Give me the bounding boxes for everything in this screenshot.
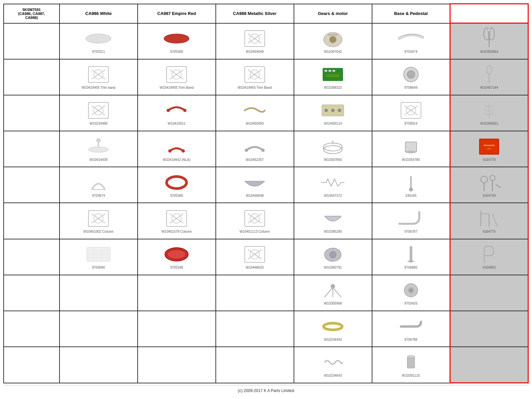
cell-9-col5[interactable]: 9706788	[372, 311, 450, 347]
cell-6-col4[interactable]: W10395280	[294, 203, 372, 239]
cell-2-col4[interactable]: W10388322	[294, 59, 372, 95]
cell-3-col6[interactable]: W10394561	[450, 95, 528, 131]
svg-rect-118	[407, 357, 415, 368]
cell-inner	[139, 351, 214, 378]
cell-9-col3[interactable]	[216, 311, 294, 347]
cell-4-col3[interactable]: W10452357	[216, 131, 294, 167]
cell-2-col3[interactable]: W10419455 Trim Band	[216, 59, 294, 95]
cell-inner: W10234643	[296, 351, 370, 378]
cell-5-col4[interactable]: W10447372	[294, 167, 372, 203]
cell-10-col1[interactable]	[60, 347, 138, 383]
part-label: W10307642	[324, 50, 342, 54]
cell-1-col3[interactable]: W10454049	[216, 23, 294, 59]
cell-10-col6[interactable]	[450, 347, 528, 383]
cell-1-col5[interactable]: 9703474	[372, 23, 450, 59]
part-label: W10451002 Column	[83, 230, 114, 233]
cell-8-col3[interactable]	[216, 275, 294, 311]
part-label: W10307850	[324, 158, 342, 162]
svg-point-101	[167, 250, 186, 259]
cell-inner: W10388322	[296, 64, 370, 90]
cell-inner: W10305968	[296, 280, 370, 306]
row-label-col	[4, 275, 60, 311]
cell-10-col2[interactable]	[138, 347, 216, 383]
cell-inner: 9706787	[374, 208, 448, 234]
cell-6-col5[interactable]: 9706787	[372, 203, 450, 239]
cell-5-col1[interactable]: 9703674	[60, 167, 138, 203]
part-label: W10354780	[402, 158, 420, 162]
cell-5-col2[interactable]: 9705360	[138, 167, 216, 203]
part-image	[396, 280, 426, 300]
cell-4-col4[interactable]: W10307850	[294, 131, 372, 167]
cell-2-col6[interactable]: W10467144	[450, 59, 528, 95]
cell-4-col2[interactable]: W10419442 (NLA)	[138, 131, 216, 167]
cell-1-col6[interactable]: W10352664	[450, 23, 528, 59]
cell-7-col3[interactable]: W10448633	[216, 239, 294, 275]
cell-9-col1[interactable]	[60, 311, 138, 347]
part-image	[83, 354, 113, 374]
cell-2-col2[interactable]: W10419455 Trim Band	[138, 59, 216, 95]
cell-9-col2[interactable]	[138, 311, 216, 347]
cell-1-col4[interactable]: MOTOR W10307642	[294, 23, 372, 59]
cell-8-col4[interactable]: W10305968	[294, 275, 372, 311]
cell-8-col6[interactable]	[450, 275, 528, 311]
cell-1-col1[interactable]: 9703311	[60, 23, 138, 59]
cell-5-col3[interactable]: W10448648	[216, 167, 294, 203]
cell-inner	[139, 280, 214, 306]
part-image	[474, 208, 504, 228]
part-image	[83, 100, 113, 120]
cell-4-col1[interactable]: W10419439	[60, 131, 138, 167]
cell-3-col1[interactable]: W10234488	[60, 95, 138, 131]
cell-6-col2[interactable]: W10451578 Column	[138, 203, 216, 239]
cell-6-col6[interactable]: 4164775	[450, 203, 528, 239]
cell-2-col5[interactable]: 9708649	[372, 59, 450, 95]
part-label: W10454049	[246, 50, 264, 54]
cell-9-col6[interactable]	[450, 311, 528, 347]
svg-point-38	[167, 109, 170, 112]
cell-7-col4[interactable]: W10360791	[294, 239, 372, 275]
cell-6-col1[interactable]: W10451002 Column	[60, 203, 138, 239]
svg-point-74	[490, 175, 495, 181]
row-label-col	[4, 239, 60, 275]
cell-7-col2[interactable]: 9705348	[138, 239, 216, 275]
svg-rect-64	[480, 140, 498, 154]
cell-3-col5[interactable]: 9709924	[372, 95, 450, 131]
cell-9-col4[interactable]: W10234493	[294, 311, 372, 347]
cell-10-col4[interactable]: W10234643	[294, 347, 372, 383]
cell-7-col6[interactable]: 4164803	[450, 239, 528, 275]
cell-8-col1[interactable]	[60, 275, 138, 311]
cell-4-col5[interactable]: W10354780	[372, 131, 450, 167]
cell-inner: W10459114	[296, 100, 370, 126]
part-label: 9706787	[404, 230, 417, 233]
cell-8-col2[interactable]	[138, 275, 216, 311]
cell-4-col6[interactable]: KitchenAid ★★★ 4164778	[450, 131, 528, 167]
cell-5-col6[interactable]: 4164749	[450, 167, 528, 203]
part-image	[318, 280, 348, 300]
part-label: W10394561	[480, 122, 498, 125]
part-image	[162, 173, 192, 193]
svg-line-110	[325, 287, 333, 297]
part-image	[318, 208, 348, 228]
cell-3-col4[interactable]: W10459114	[294, 95, 372, 131]
cell-3-col3[interactable]: W10450993	[216, 95, 294, 131]
cell-7-col1[interactable]: 9703690	[60, 239, 138, 275]
part-image	[83, 244, 113, 264]
cell-inner: 240185	[374, 172, 448, 198]
cell-7-col5[interactable]: 9706885	[372, 239, 450, 275]
cell-10-col5[interactable]: W10391115	[372, 347, 450, 383]
cell-1-col2[interactable]: 9705300	[138, 23, 216, 59]
svg-point-42	[331, 109, 334, 112]
cell-inner: W10451578 Column	[139, 208, 214, 234]
cell-6-col3[interactable]: W10451113 Column	[216, 203, 294, 239]
svg-point-33	[486, 66, 492, 74]
svg-point-0	[86, 34, 111, 43]
part-label: W10448648	[246, 194, 264, 198]
col5-header: Base & Pedestal	[372, 4, 450, 23]
cell-3-col2[interactable]: W10410011	[138, 95, 216, 131]
part-label: 9706788	[404, 338, 417, 341]
cell-2-col1[interactable]: W10419455 Trim band	[60, 59, 138, 95]
part-image	[396, 65, 426, 84]
cell-8-col5[interactable]: 9703426	[372, 275, 450, 311]
cell-10-col3[interactable]	[216, 347, 294, 383]
cell-5-col5[interactable]: 240185	[372, 167, 450, 203]
cell-inner: 9703674	[61, 172, 136, 198]
